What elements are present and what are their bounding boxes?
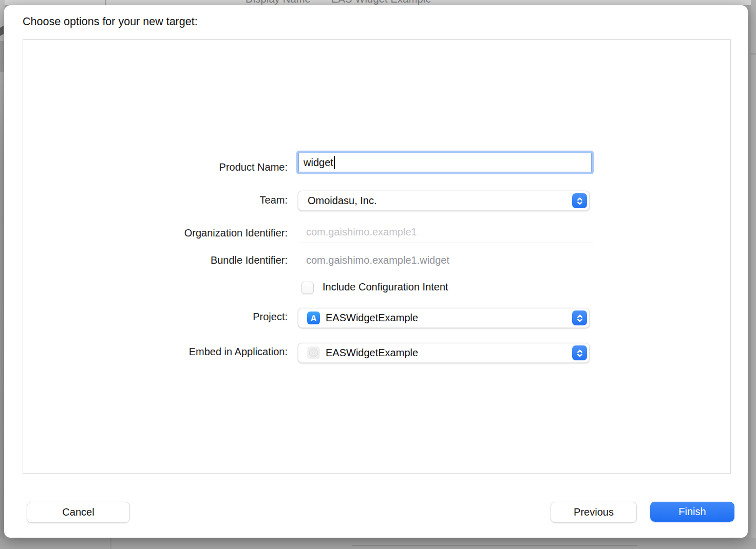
team-dropdown[interactable]: Omoidasu, Inc. (298, 191, 590, 211)
background-artifact (0, 41, 4, 72)
background-window-top-edge: Display Name EAS Widget Example (0, 0, 756, 5)
embed-in-application-dropdown[interactable]: EASWidgetExample (298, 343, 590, 363)
team-selected-value: Omoidasu, Inc. (308, 195, 377, 207)
team-label: Team: (50, 194, 288, 206)
background-artifact (0, 26, 4, 36)
project-label: Project: (50, 311, 288, 323)
organization-identifier-input[interactable]: com.gaishimo.example1 (298, 223, 593, 243)
chevron-up-down-icon (572, 310, 587, 325)
background-artifact (352, 545, 637, 546)
embed-selected-value: EASWidgetExample (326, 347, 418, 359)
obscured-display-name-value: EAS Widget Example (331, 0, 431, 5)
background-window-right-edge (751, 0, 756, 549)
svg-text:A: A (311, 314, 317, 323)
app-placeholder-icon (307, 346, 320, 360)
organization-identifier-label: Organization Identifier: (50, 227, 288, 239)
product-name-value: widget (304, 157, 333, 169)
xcode-project-icon: A (307, 311, 320, 325)
chevron-up-down-icon (572, 193, 587, 208)
organization-identifier-placeholder: com.gaishimo.example1 (306, 226, 417, 238)
include-configuration-intent-checkbox[interactable] (301, 282, 314, 294)
text-cursor (334, 156, 335, 169)
project-selected-value: EASWidgetExample (326, 312, 418, 324)
include-configuration-intent-label: Include Configuration Intent (323, 281, 448, 293)
background-divider-line (105, 0, 106, 5)
obscured-display-name-label: Display Name (245, 0, 311, 5)
chevron-up-down-icon (572, 345, 587, 360)
background-artifact (751, 53, 756, 54)
dialog-title: Choose options for your new target: (23, 15, 198, 28)
product-name-label: Product Name: (50, 161, 288, 173)
new-target-options-dialog: Choose options for your new target: Prod… (4, 5, 748, 538)
project-dropdown[interactable]: A EASWidgetExample (298, 308, 590, 328)
finish-button[interactable]: Finish (650, 502, 734, 522)
previous-button[interactable]: Previous (551, 502, 637, 523)
bundle-identifier-label: Bundle Identifier: (50, 254, 288, 266)
cancel-button[interactable]: Cancel (27, 502, 130, 523)
bundle-identifier-value: com.gaishimo.example1.widget (306, 254, 449, 266)
background-window-bottom-edge (0, 538, 756, 549)
embed-in-application-label: Embed in Application: (50, 346, 288, 358)
screen: Display Name EAS Widget Example Choose o… (0, 0, 756, 549)
background-artifact (110, 538, 111, 549)
product-name-input[interactable]: widget (298, 153, 592, 172)
